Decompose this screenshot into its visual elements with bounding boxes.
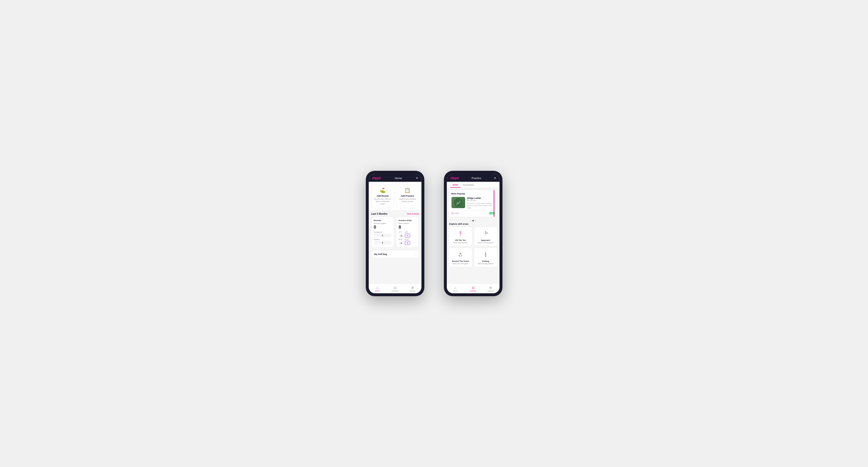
arg-stat: ARG 0 (399, 239, 404, 245)
dot-3 (475, 220, 476, 221)
home-nav-icon: ⌂ (376, 286, 378, 290)
putt-stat: PUTT 4 (405, 239, 410, 245)
rounds-total: 0 (374, 225, 392, 230)
rounds-capture-label: Rounds Capture (374, 222, 392, 224)
skill-card-approach[interactable]: Approach Dial-in to hit the green (474, 227, 498, 246)
add-practice-icon: 📋 (404, 187, 410, 193)
home-title: Home (395, 177, 402, 180)
golf-bag-chevron: › (415, 253, 415, 255)
drill-thumbnail (452, 197, 465, 208)
practice-content: Most Popular (447, 188, 499, 283)
view-activity-link[interactable]: View Activity (407, 213, 419, 215)
around-the-green-title: Around The Green (452, 260, 469, 262)
around-the-green-icon (456, 250, 465, 259)
add-round-icon: ⛳ (379, 187, 385, 193)
home-nav-label-p2: Home (453, 290, 458, 292)
svg-point-1 (457, 204, 458, 205)
drills-sub-stats: OTT 0 APP 4 (399, 231, 416, 238)
activities-nav-icon: ◎ (394, 286, 397, 290)
drill-image (452, 197, 465, 208)
menu-icon-home[interactable]: ≡ (416, 176, 418, 180)
capture-nav-icon: ⊕ (411, 286, 414, 290)
app-value: 4 (405, 234, 410, 238)
app-label: APP (405, 231, 410, 233)
practice-stat: Practice 0 (374, 239, 392, 245)
practice-title: Practice (471, 177, 481, 180)
home-bottom-nav: ⌂ Home ◎ Activities ⊕ Capture (369, 283, 422, 293)
approach-subtitle: Dial-in to hit the green (478, 242, 493, 244)
drill-description: Play 1 shot at each target yardage. If y… (467, 202, 495, 209)
activities-nav-label-p2: Activities (470, 290, 476, 292)
drills-capture-label: Drills Capture (399, 222, 416, 224)
drills-sub-stats-2: ARG 0 PUTT 4 (399, 239, 416, 245)
putt-label: PUTT (405, 239, 410, 240)
phone-practice: clippd Practice ≡ Drills Favourites Most… (444, 171, 502, 296)
off-the-tee-title: Off The Tee (455, 239, 466, 241)
svg-point-18 (485, 254, 486, 255)
shots-text: 9 shots (454, 213, 459, 214)
putt-value: 4 (405, 241, 410, 245)
explore-title: Explore skill areas (449, 223, 498, 225)
nav-capture-p2[interactable]: ⊕ Capture (482, 284, 499, 293)
skill-card-off-the-tee[interactable]: Off The Tee Power and accuracy (449, 227, 472, 246)
home-content: ⛳ Add Round Record your shots in fast or… (369, 182, 422, 283)
drills-total: 8 (399, 225, 416, 230)
nav-home-p2[interactable]: ⌂ Home (447, 284, 464, 293)
activity-section-header: Last 3 Months View Activity (369, 210, 422, 217)
golf-bag-row[interactable]: My Golf Bag › (371, 250, 419, 258)
most-popular-section: Most Popular (449, 190, 498, 217)
ott-label: OTT (399, 231, 404, 234)
activities-nav-icon-p2: ◎ (472, 286, 475, 290)
around-the-green-subtitle: Hone your short game (453, 263, 468, 264)
approach-icon (481, 229, 490, 238)
skill-card-putting[interactable]: Putting Make and lag practice (474, 248, 498, 267)
last-3-months-title: Last 3 Months (371, 213, 388, 215)
card-accent-bar (494, 190, 494, 217)
add-practice-card[interactable]: 📋 Add Practice Capture your practice off… (396, 184, 419, 208)
drill-title-row: Wedge Ladder 50–100 yds ☆ (467, 197, 495, 202)
rounds-card: Rounds Rounds Capture 0 Tournament 0 Pra… (371, 217, 394, 248)
nav-capture[interactable]: ⊕ Capture (404, 284, 422, 293)
svg-point-10 (487, 232, 488, 233)
home-top-bar: clippd Home ≡ (369, 174, 422, 182)
svg-point-0 (454, 198, 463, 207)
app-logo-home: clippd (372, 176, 381, 180)
ott-stat: OTT 0 (399, 231, 404, 238)
capture-nav-label-p2: Capture (488, 290, 494, 292)
activities-nav-label: Activities (392, 290, 399, 292)
dot-1 (470, 220, 471, 221)
nav-activities[interactable]: ◎ Activities (386, 284, 404, 293)
drill-footer: 9 shots APP (452, 210, 495, 215)
dot-2 (472, 220, 474, 221)
tab-favourites[interactable]: Favourites (461, 182, 476, 188)
drill-title: Wedge Ladder (467, 197, 481, 199)
add-round-card[interactable]: ⛳ Add Round Record your shots in fast or… (371, 184, 394, 208)
tournament-value: 0 (374, 234, 392, 237)
drills-card-title: Practice Drills (399, 219, 416, 222)
skill-card-around-the-green[interactable]: Around The Green Hone your short game (449, 248, 472, 267)
putting-title: Putting (482, 260, 489, 262)
capture-nav-icon-p2: ⊕ (489, 286, 492, 290)
tab-drills[interactable]: Drills (450, 182, 461, 188)
svg-point-14 (461, 255, 462, 257)
ott-value: 0 (399, 234, 404, 238)
menu-icon-practice[interactable]: ≡ (494, 176, 496, 180)
rounds-card-title: Rounds (374, 219, 392, 222)
add-round-subtitle: Record your shots in fast or enhanced mo… (373, 198, 392, 205)
tournament-stat: Tournament 0 (374, 231, 392, 237)
nav-activities-p2[interactable]: ◎ Activities (464, 284, 482, 293)
practice-value: 0 (374, 241, 392, 245)
app-logo-practice: clippd (450, 176, 459, 180)
practice-bottom-nav: ⌂ Home ◎ Activities ⊕ Capture (447, 283, 499, 293)
putting-icon (481, 250, 490, 259)
home-nav-label: Home (375, 290, 380, 292)
off-the-tee-subtitle: Power and accuracy (454, 242, 468, 244)
action-cards: ⛳ Add Round Record your shots in fast or… (369, 182, 422, 210)
tournament-label: Tournament (374, 231, 392, 233)
capture-nav-label: Capture (409, 290, 415, 292)
app-stat: APP 4 (405, 231, 410, 238)
drill-info: Wedge Ladder 50–100 yds ☆ Play 1 shot at… (467, 197, 495, 209)
nav-home[interactable]: ⌂ Home (369, 284, 386, 293)
drill-card[interactable]: Wedge Ladder 50–100 yds ☆ Play 1 shot at… (452, 197, 495, 209)
drill-name: Wedge Ladder 50–100 yds (467, 197, 481, 202)
